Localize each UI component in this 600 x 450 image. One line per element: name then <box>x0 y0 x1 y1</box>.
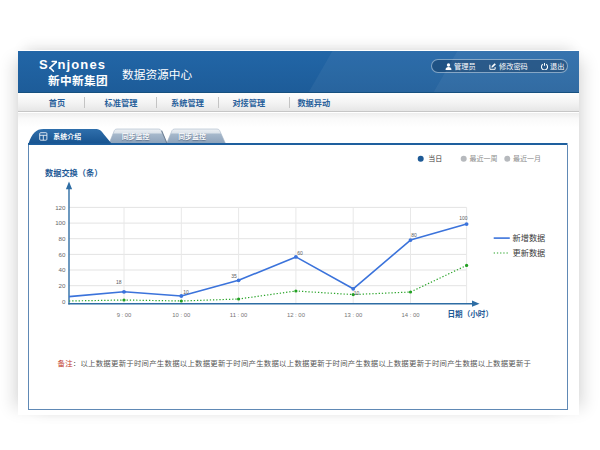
svg-text:日期（小时）: 日期（小时） <box>448 308 494 319</box>
svg-text:12 : 00: 12 : 00 <box>287 310 306 319</box>
svg-text:35: 35 <box>231 272 237 279</box>
svg-text:备注：以上数据更新于时间产生数据以上数据更新于时间产生数据以: 备注：以上数据更新于时间产生数据以上数据更新于时间产生数据以上数据更新于时间产生… <box>58 357 532 368</box>
svg-text:14 : 00: 14 : 00 <box>401 310 420 319</box>
svg-text:系统介绍: 系统介绍 <box>53 131 81 141</box>
svg-text:80: 80 <box>59 234 66 243</box>
svg-text:10: 10 <box>354 289 360 296</box>
svg-text:10 : 00: 10 : 00 <box>172 310 191 319</box>
svg-text:9 : 00: 9 : 00 <box>117 310 132 319</box>
svg-text:60: 60 <box>297 249 303 256</box>
svg-text:20: 20 <box>59 281 66 290</box>
svg-text:最近一周: 最近一周 <box>470 153 498 163</box>
svg-text:100: 100 <box>55 218 66 227</box>
svg-text:更新数据: 更新数据 <box>513 246 546 258</box>
svg-text:当日: 当日 <box>428 153 442 163</box>
svg-text:100: 100 <box>459 214 468 221</box>
svg-text:数据交换（条）: 数据交换（条） <box>45 166 102 178</box>
svg-text:40: 40 <box>59 265 66 274</box>
svg-text:13 : 00: 13 : 00 <box>344 310 363 319</box>
svg-text:同步监控: 同步监控 <box>122 131 150 141</box>
svg-text:新增数据: 新增数据 <box>513 231 546 243</box>
svg-text:10: 10 <box>183 288 189 295</box>
svg-text:最近一月: 最近一月 <box>513 153 541 163</box>
svg-text:18: 18 <box>116 278 122 285</box>
svg-text:0: 0 <box>62 297 66 306</box>
svg-text:120: 120 <box>55 203 66 212</box>
svg-text:60: 60 <box>59 250 66 259</box>
svg-text:11 : 00: 11 : 00 <box>230 310 248 319</box>
svg-text:80: 80 <box>411 231 417 238</box>
svg-text:同步监控: 同步监控 <box>178 131 206 141</box>
